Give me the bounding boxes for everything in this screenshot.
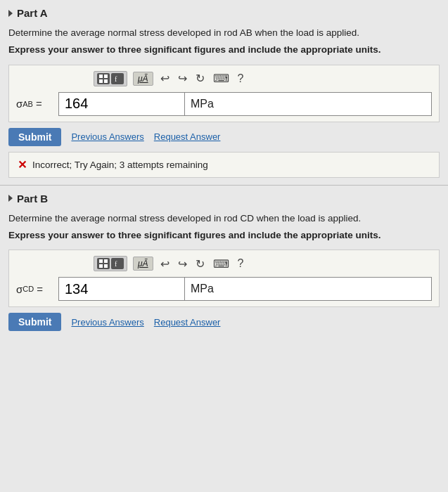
part-b-toolbar: f μÃ ↩ ↪ ↻ ⌨ ? (16, 256, 432, 271)
part-a-sigma-char: σ (16, 98, 23, 110)
svg-rect-3 (104, 79, 108, 83)
part-a-toolbar: f μÃ ↩ ↪ ↻ ⌨ ? (16, 71, 432, 86)
svg-rect-2 (99, 79, 103, 83)
redo-button-b[interactable]: ↪ (177, 257, 188, 271)
part-b-description: Determine the average normal stress deve… (8, 212, 440, 226)
part-b-answer-row: σCD = MPa (16, 277, 432, 301)
part-b-unit-box: MPa (185, 277, 432, 301)
refresh-button-a[interactable]: ↻ (194, 72, 206, 85)
help-button-b[interactable]: ? (236, 257, 245, 270)
grid-icon-a (97, 73, 110, 84)
svg-rect-5 (99, 259, 103, 263)
part-a-answer-box: f μÃ ↩ ↪ ↻ ⌨ ? σAB = MPa (8, 65, 440, 122)
part-a-previous-answers-link[interactable]: Previous Answers (71, 131, 143, 142)
svg-rect-6 (104, 259, 108, 263)
part-a-submit-button[interactable]: Submit (8, 128, 61, 146)
part-b-request-answer-link[interactable]: Request Answer (154, 317, 221, 328)
part-b-instruction: Express your answer to three significant… (8, 228, 440, 242)
collapse-icon-a[interactable] (8, 10, 13, 17)
svg-rect-7 (99, 264, 103, 268)
part-b-title: Part B (17, 193, 48, 205)
svg-text:f: f (115, 75, 117, 83)
part-b-sigma-char: σ (16, 283, 23, 295)
part-a-description: Determine the average normal stress deve… (8, 26, 440, 40)
part-a-unit-box: MPa (185, 92, 432, 116)
refresh-button-b[interactable]: ↻ (194, 257, 206, 271)
undo-button-a[interactable]: ↩ (159, 72, 171, 85)
undo-button-b[interactable]: ↩ (159, 257, 171, 271)
error-x-icon: ✕ (18, 158, 27, 171)
part-a-answer-row: σAB = MPa (16, 92, 432, 116)
part-a-request-answer-link[interactable]: Request Answer (154, 131, 221, 142)
mua-button-a[interactable]: μÃ (133, 72, 153, 86)
part-b-unit-value: MPa (191, 283, 214, 295)
part-a-submit-row: Submit Previous Answers Request Answer (8, 128, 440, 146)
collapse-icon-b[interactable] (8, 195, 13, 202)
part-a-unit-value: MPa (191, 98, 214, 110)
keyboard-button-a[interactable]: ⌨ (212, 72, 231, 85)
svg-rect-8 (104, 264, 108, 268)
part-b-submit-button[interactable]: Submit (8, 313, 61, 331)
part-b-sigma-sub: CD (23, 285, 34, 293)
part-a-error-box: ✕ Incorrect; Try Again; 3 attempts remai… (8, 152, 440, 178)
format-icon-box-a[interactable]: f (94, 71, 127, 86)
keyboard-button-b[interactable]: ⌨ (212, 257, 231, 271)
format-icon-box-b[interactable]: f (94, 256, 127, 271)
svg-text:f: f (115, 260, 117, 268)
redo-button-a[interactable]: ↪ (177, 72, 188, 85)
part-b-previous-answers-link[interactable]: Previous Answers (71, 317, 143, 328)
part-b-sigma-label: σCD = (16, 283, 58, 295)
part-a-header: Part A (8, 7, 440, 19)
part-b-answer-input[interactable] (58, 277, 185, 301)
help-button-a[interactable]: ? (236, 72, 245, 85)
mua-button-b[interactable]: μÃ (133, 257, 153, 271)
part-a-title: Part A (17, 7, 48, 19)
part-a-instruction: Express your answer to three significant… (8, 43, 440, 57)
part-a-answer-input[interactable] (58, 92, 185, 116)
part-b-answer-box: f μÃ ↩ ↪ ↻ ⌨ ? σCD = MPa (8, 250, 440, 307)
part-b-submit-row: Submit Previous Answers Request Answer (8, 313, 440, 331)
part-a-error-text: Incorrect; Try Again; 3 attempts remaini… (32, 160, 208, 170)
part-a-equals: = (33, 98, 42, 110)
part-b-equals: = (34, 283, 43, 295)
grid-icon-b (97, 258, 110, 269)
part-a-sigma-label: σAB = (16, 98, 58, 110)
svg-rect-1 (104, 75, 108, 78)
part-a-sigma-sub: AB (23, 100, 33, 108)
formula-icon-b: f (111, 258, 124, 269)
formula-icon-a: f (111, 73, 124, 84)
svg-rect-0 (99, 75, 103, 78)
part-b-header: Part B (8, 193, 440, 205)
